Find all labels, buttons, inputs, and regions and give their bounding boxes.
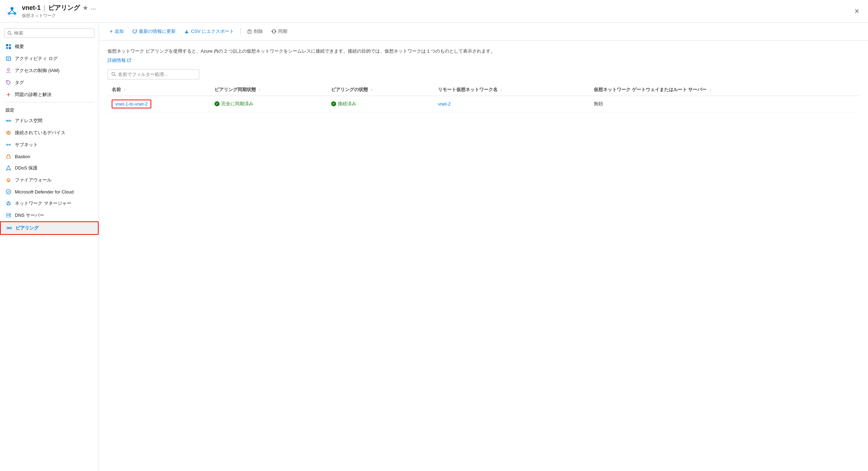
svg-point-33	[7, 204, 8, 205]
table-row: vnet-1-to-vnet-2 完全に同期済み 接続済み	[107, 96, 860, 112]
svg-point-21	[10, 120, 11, 121]
add-button[interactable]: + 追加	[106, 26, 127, 37]
sidebar-item-diagnose[interactable]: 問題の診断と解決	[0, 89, 99, 101]
col-name: 名前 ↕	[107, 84, 210, 96]
sort-icon-gateway[interactable]: ↕	[709, 88, 711, 92]
sidebar-tags-label: タグ	[15, 79, 24, 86]
sidebar-iam-label: アクセスの制御 (IAM)	[15, 67, 59, 74]
more-options-button[interactable]: …	[90, 5, 96, 11]
sort-icon-name[interactable]: ↕	[124, 88, 125, 92]
sidebar-overview-label: 概要	[15, 43, 24, 50]
col-gateway: 仮想ネットワーク ゲートウェイまたはルート サーバー ↕	[590, 84, 860, 96]
sidebar-item-tags[interactable]: タグ	[0, 77, 99, 89]
page-title: ピアリング	[48, 4, 80, 12]
sidebar-item-address-space[interactable]: アドレス空間	[0, 115, 99, 127]
dns-icon	[6, 213, 11, 218]
svg-point-20	[6, 120, 7, 121]
sidebar-item-connected-devices[interactable]: 接続されているデバイス	[0, 127, 99, 139]
connected-devices-icon	[6, 130, 11, 136]
col-sync-state: ピアリング同期状態 ↕	[210, 84, 327, 96]
col-peering-state: ピアリングの状態 ↕	[327, 84, 434, 96]
svg-point-7	[8, 31, 11, 34]
favorite-star[interactable]: ★	[83, 5, 88, 11]
sidebar-item-iam[interactable]: アクセスの制御 (IAM)	[0, 65, 99, 77]
delete-button[interactable]: 削除	[244, 26, 266, 37]
sidebar-divider	[4, 102, 94, 102]
sidebar-item-firewall[interactable]: ファイアウォール	[0, 174, 99, 186]
export-icon	[184, 29, 189, 34]
sidebar-subnets-label: サブネット	[15, 142, 38, 148]
close-button[interactable]: ✕	[851, 6, 862, 17]
sort-icon-sync[interactable]: ↕	[259, 88, 260, 92]
sidebar-item-dns[interactable]: DNS サーバー	[0, 209, 99, 221]
sidebar-item-defender[interactable]: Microsoft Defender for Cloud	[0, 186, 99, 197]
sidebar-address-space-label: アドレス空間	[15, 118, 42, 124]
firewall-icon	[6, 177, 11, 183]
sidebar-dns-label: DNS サーバー	[15, 212, 44, 219]
svg-point-39	[10, 214, 10, 215]
filter-input[interactable]	[118, 72, 195, 77]
sidebar-activity-log-label: アクティビティ ログ	[15, 55, 58, 62]
svg-point-17	[7, 81, 8, 82]
svg-point-34	[9, 204, 10, 205]
col-remote-vnet: リモート仮想ネットワーク名 ↕	[434, 84, 590, 96]
address-space-icon	[6, 118, 11, 124]
search-icon	[7, 31, 12, 36]
sidebar-item-peering[interactable]: ピアリング	[0, 221, 99, 235]
peering-name-link[interactable]: vnet-1-to-vnet-2	[112, 100, 151, 108]
svg-rect-10	[9, 44, 11, 46]
svg-rect-9	[6, 44, 8, 46]
filter-input-box[interactable]	[107, 69, 199, 79]
sync-state-badge: 完全に同期済み	[215, 101, 323, 107]
cell-sync-state: 完全に同期済み	[210, 96, 327, 112]
sidebar-connected-devices-label: 接続されているデバイス	[15, 130, 65, 136]
svg-point-16	[7, 68, 10, 71]
title-text-block: vnet-1 | ピアリング ★ … 仮想ネットワーク	[22, 4, 851, 19]
svg-point-40	[10, 216, 10, 217]
peering-table: 名前 ↕ ピアリング同期状態 ↕ ピアリングの状態 ↕ リモート仮想ネットワ	[107, 84, 860, 112]
refresh-button[interactable]: 最新の情報に更新	[129, 26, 179, 37]
export-button[interactable]: CSV にエクスポート	[181, 26, 237, 37]
svg-point-42	[10, 227, 12, 229]
sidebar-defender-label: Microsoft Defender for Cloud	[15, 189, 74, 195]
delete-icon	[247, 29, 252, 34]
sidebar-peering-label: ピアリング	[16, 225, 39, 231]
sidebar-item-bastion[interactable]: Bastion	[0, 151, 99, 162]
detail-link[interactable]: 詳細情報	[107, 57, 131, 64]
sidebar-item-network-manager[interactable]: ネットワーク マネージャー	[0, 197, 99, 209]
sort-icon-remote[interactable]: ↕	[500, 88, 502, 92]
network-manager-icon	[6, 201, 11, 206]
search-box[interactable]	[4, 28, 94, 38]
cell-peering-state: 接続済み	[327, 96, 434, 112]
table-header-row: 名前 ↕ ピアリング同期状態 ↕ ピアリングの状態 ↕ リモート仮想ネットワ	[107, 84, 860, 96]
svg-line-36	[8, 203, 9, 204]
cell-gateway: 無効	[590, 96, 860, 112]
search-input[interactable]	[14, 30, 91, 36]
svg-rect-44	[185, 32, 188, 33]
sidebar-item-ddos[interactable]: DDoS 保護	[0, 162, 99, 174]
sidebar-ddos-label: DDoS 保護	[15, 165, 37, 171]
activity-log-icon	[6, 56, 11, 61]
sidebar-network-manager-label: ネットワーク マネージャー	[15, 200, 71, 207]
svg-rect-13	[6, 57, 11, 60]
settings-section-label: 設定	[0, 104, 99, 115]
external-link-icon	[127, 58, 131, 62]
svg-line-50	[129, 59, 131, 60]
sidebar-item-overview[interactable]: 概要	[0, 41, 99, 53]
sidebar-item-subnets[interactable]: サブネット	[0, 139, 99, 151]
remote-vnet-link[interactable]: vnet-2	[438, 101, 451, 107]
sidebar-item-activity-log[interactable]: アクティビティ ログ	[0, 53, 99, 65]
svg-line-35	[8, 203, 8, 204]
sync-button[interactable]: 同期	[268, 26, 291, 37]
svg-point-41	[7, 227, 9, 229]
refresh-icon	[132, 29, 137, 34]
diagnose-icon	[6, 92, 11, 97]
svg-point-51	[112, 72, 115, 75]
sync-icon	[271, 29, 276, 34]
sidebar-search-area	[0, 25, 99, 41]
content-body: 仮想ネットワーク ピアリングを使用すると、Azure 内の 2 つ以上の仮想ネッ…	[99, 41, 868, 471]
peering-icon	[6, 225, 12, 231]
cell-name: vnet-1-to-vnet-2	[107, 96, 210, 112]
sort-icon-state[interactable]: ↕	[371, 88, 373, 92]
sync-state-icon	[215, 101, 219, 106]
